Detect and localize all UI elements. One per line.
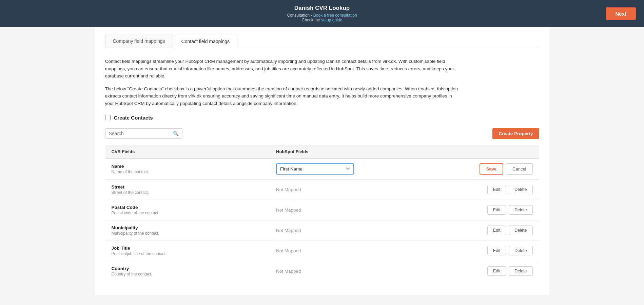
create-property-button[interactable]: Create Property (492, 128, 539, 139)
create-contacts-label[interactable]: Create Contacts (114, 115, 153, 121)
hs-field-cell-country: Not Mapped (270, 261, 435, 281)
hs-field-cell-municipality: Not Mapped (270, 220, 435, 240)
action-btns-country: Edit Delete (441, 266, 532, 276)
main-content: Company field mappings Contact field map… (95, 27, 549, 295)
cvr-field-name-municipality: Municipality (112, 225, 264, 230)
cvr-field-desc-municipality: Municipality of the contact. (112, 231, 264, 236)
subtitle-line2: Check the setup guide (287, 18, 357, 22)
delete-button-street[interactable]: Delete (509, 185, 532, 194)
hs-field-select-name[interactable]: First NameLast NameFull NameEmailPhone (276, 163, 354, 175)
delete-button-municipality[interactable]: Delete (509, 226, 532, 235)
app-title: Danish CVR Lookup (294, 5, 350, 12)
actions-cell-street: Edit Delete (435, 179, 539, 200)
tab-contact-field-mappings[interactable]: Contact field mappings (174, 35, 237, 48)
delete-button-job_title[interactable]: Delete (509, 246, 532, 255)
cvr-field-name-job_title: Job Title (112, 246, 264, 251)
edit-button-street[interactable]: Edit (487, 185, 506, 194)
description-paragraph-2: The below "Create Contacts" checkbox is … (105, 85, 461, 107)
toolbar-row: 🔍 Create Property (105, 128, 539, 139)
save-button-name[interactable]: Save (480, 163, 503, 175)
field-mapping-table: CVR Fields HubSpot Fields NameName of th… (105, 145, 539, 282)
next-button[interactable]: Next (606, 7, 636, 20)
cvr-field-cell-postal_code: Postal CodePostal code of the contact. (105, 200, 270, 220)
tab-bar: Company field mappings Contact field map… (105, 27, 539, 48)
cvr-field-cell-name: NameName of the contact. (105, 158, 270, 179)
table-row: Job TitlePosition/job title of the conta… (105, 240, 539, 261)
delete-button-postal_code[interactable]: Delete (509, 205, 532, 215)
cvr-field-name-name: Name (112, 164, 264, 169)
action-btns-municipality: Edit Delete (441, 226, 532, 235)
book-consultation-link[interactable]: Book a free consultation (313, 13, 357, 18)
col-header-actions (435, 145, 539, 158)
edit-button-job_title[interactable]: Edit (487, 246, 506, 255)
table-row: Postal CodePostal code of the contact.No… (105, 200, 539, 220)
edit-button-postal_code[interactable]: Edit (487, 205, 506, 215)
actions-cell-job_title: Edit Delete (435, 240, 539, 261)
tab-company-field-mappings[interactable]: Company field mappings (105, 35, 173, 48)
cvr-field-cell-job_title: Job TitlePosition/job title of the conta… (105, 240, 270, 261)
cvr-field-desc-name: Name of the contact. (112, 169, 264, 174)
search-box: 🔍 (105, 128, 182, 139)
action-btns-job_title: Edit Delete (441, 246, 532, 255)
subtitle-prefix: Consultation - (287, 13, 313, 18)
hs-field-cell-name: First NameLast NameFull NameEmailPhone (270, 158, 435, 179)
col-header-hs-fields: HubSpot Fields (270, 145, 435, 158)
col-header-cvr-fields: CVR Fields (105, 145, 270, 158)
not-mapped-label-municipality: Not Mapped (276, 228, 301, 233)
cvr-field-desc-country: Country of the contact. (112, 272, 264, 276)
hs-field-cell-street: Not Mapped (270, 179, 435, 200)
actions-cell-postal_code: Edit Delete (435, 200, 539, 220)
cvr-field-name-postal_code: Postal Code (112, 205, 264, 210)
actions-cell-country: Edit Delete (435, 261, 539, 281)
subtitle-line2-prefix: Check the (302, 18, 321, 22)
search-input[interactable] (109, 131, 172, 136)
cvr-field-name-country: Country (112, 266, 264, 271)
header-subtitle: Consultation - Book a free consultation … (287, 13, 357, 22)
search-icon: 🔍 (173, 131, 179, 136)
setup-guide-link[interactable]: setup guide (321, 18, 342, 22)
cvr-field-desc-job_title: Position/job title of the contact. (112, 251, 264, 256)
not-mapped-label-street: Not Mapped (276, 187, 301, 192)
not-mapped-label-job_title: Not Mapped (276, 248, 301, 253)
edit-button-municipality[interactable]: Edit (487, 226, 506, 235)
not-mapped-label-country: Not Mapped (276, 269, 301, 274)
action-btns-postal_code: Edit Delete (441, 205, 532, 215)
table-row: NameName of the contact.First NameLast N… (105, 158, 539, 179)
action-btns-editing-name: Save Cancel (441, 163, 532, 175)
not-mapped-label-postal_code: Not Mapped (276, 208, 301, 213)
cvr-field-cell-street: StreetStreet of the contact. (105, 179, 270, 200)
cvr-field-desc-postal_code: Postal code of the contact. (112, 211, 264, 215)
create-contacts-row: Create Contacts (105, 115, 539, 121)
delete-button-country[interactable]: Delete (509, 266, 532, 276)
hs-field-cell-job_title: Not Mapped (270, 240, 435, 261)
actions-cell-name: Save Cancel (435, 158, 539, 179)
edit-button-country[interactable]: Edit (487, 266, 506, 276)
action-btns-street: Edit Delete (441, 185, 532, 194)
table-row: CountryCountry of the contact.Not Mapped… (105, 261, 539, 281)
cvr-field-name-street: Street (112, 184, 264, 190)
cvr-field-cell-country: CountryCountry of the contact. (105, 261, 270, 281)
header: Danish CVR Lookup Consultation - Book a … (0, 0, 644, 27)
table-header-row: CVR Fields HubSpot Fields (105, 145, 539, 158)
hs-field-cell-postal_code: Not Mapped (270, 200, 435, 220)
description-paragraph-1: Contact field mappings streamline your H… (105, 58, 461, 80)
cancel-button-name[interactable]: Cancel (506, 163, 532, 175)
create-contacts-checkbox[interactable] (105, 115, 111, 120)
table-row: StreetStreet of the contact.Not Mapped E… (105, 179, 539, 200)
cvr-field-desc-street: Street of the contact. (112, 190, 264, 195)
actions-cell-municipality: Edit Delete (435, 220, 539, 240)
cvr-field-cell-municipality: MunicipalityMunicipality of the contact. (105, 220, 270, 240)
table-row: MunicipalityMunicipality of the contact.… (105, 220, 539, 240)
